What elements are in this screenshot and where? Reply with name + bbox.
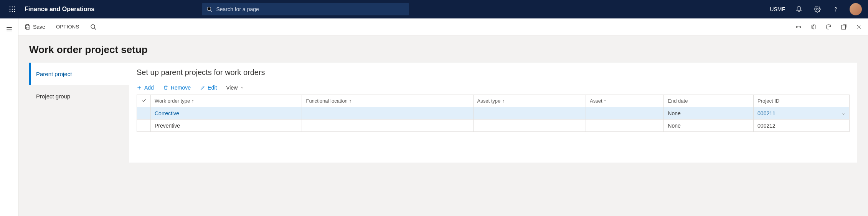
save-label: Save (33, 24, 45, 30)
panel: Parent project Project group Set up pare… (29, 63, 857, 163)
tab-label: Project group (36, 93, 70, 100)
find-button[interactable] (89, 21, 98, 33)
cell-end-date[interactable]: None (664, 120, 754, 132)
cell-asset[interactable] (586, 107, 664, 120)
view-button[interactable]: View (226, 85, 244, 91)
col-functional-location[interactable]: Functional location↑ (302, 95, 473, 107)
table-row[interactable]: Corrective None 000211⌄ (137, 107, 850, 120)
svg-point-8 (14, 11, 15, 12)
col-work-order-type[interactable]: Work order type↑ (151, 95, 302, 107)
remove-button[interactable]: Remove (163, 85, 191, 91)
search-container (202, 3, 409, 15)
link-icon (795, 23, 802, 30)
app-title: Finance and Operations (21, 6, 94, 13)
popout-button[interactable] (839, 21, 849, 33)
help-icon (832, 6, 839, 13)
check-icon (141, 98, 147, 103)
svg-point-7 (12, 11, 13, 12)
edit-label: Edit (208, 85, 217, 91)
col-end-date[interactable]: End date (664, 95, 754, 107)
close-button[interactable] (854, 21, 863, 33)
cell-functional-location[interactable] (302, 107, 473, 120)
search-icon (90, 24, 96, 30)
cell-asset-type[interactable] (473, 107, 586, 120)
add-button[interactable]: Add (137, 85, 154, 91)
col-asset[interactable]: Asset↑ (586, 95, 664, 107)
cell-asset[interactable] (586, 120, 664, 132)
close-icon (856, 24, 862, 30)
svg-point-6 (10, 11, 11, 12)
tab-parent-project[interactable]: Parent project (29, 63, 129, 85)
cell-value: 000211 (757, 110, 776, 116)
col-label: Asset type (477, 98, 501, 104)
command-bar: Save OPTIONS (18, 18, 868, 35)
row-select[interactable] (137, 107, 151, 120)
sort-asc-icon: ↑ (191, 98, 194, 104)
svg-point-21 (800, 26, 801, 27)
tab-project-group[interactable]: Project group (29, 85, 129, 107)
company-code[interactable]: USMF (770, 6, 785, 12)
page-title: Work order project setup (29, 44, 857, 56)
remove-label: Remove (171, 85, 191, 91)
left-rail (0, 18, 18, 216)
svg-point-0 (10, 7, 11, 8)
col-project-id[interactable]: Project ID (754, 95, 850, 107)
svg-point-2 (14, 7, 15, 8)
sort-asc-icon: ↑ (604, 98, 606, 104)
svg-point-18 (91, 25, 95, 28)
col-label: Project ID (757, 98, 779, 104)
svg-point-3 (10, 9, 11, 10)
col-label: Work order type (155, 98, 190, 104)
tab-label: Parent project (36, 71, 72, 77)
global-navbar: Finance and Operations USMF (0, 0, 868, 18)
app-launcher-button[interactable] (3, 0, 21, 18)
refresh-button[interactable] (823, 21, 833, 33)
cell-work-order-type[interactable]: Corrective (151, 107, 302, 120)
svg-line-10 (211, 10, 212, 12)
office-button[interactable] (809, 21, 818, 33)
edit-button[interactable]: Edit (200, 85, 217, 91)
svg-rect-17 (26, 27, 29, 29)
row-select[interactable] (137, 120, 151, 132)
global-search[interactable] (202, 3, 409, 15)
settings-button[interactable] (810, 0, 825, 18)
page-body: Work order project setup Parent project … (18, 35, 868, 216)
chevron-down-icon[interactable]: ⌄ (842, 110, 845, 116)
col-label: Asset (590, 98, 602, 104)
table-row[interactable]: Preventive None 000212 (137, 120, 850, 132)
pencil-icon (200, 85, 205, 90)
col-label: Functional location (306, 98, 347, 104)
office-icon (810, 24, 817, 30)
svg-line-19 (94, 28, 96, 30)
svg-point-9 (207, 7, 211, 11)
user-avatar[interactable] (850, 3, 862, 15)
cell-functional-location[interactable] (302, 120, 473, 132)
notifications-button[interactable] (791, 0, 807, 18)
gear-icon (814, 6, 821, 13)
add-label: Add (144, 85, 154, 91)
options-button[interactable]: OPTIONS (54, 21, 81, 33)
svg-rect-22 (842, 25, 846, 29)
save-button[interactable]: Save (23, 21, 47, 33)
hamburger-icon (6, 26, 13, 33)
cell-work-order-type[interactable]: Preventive (151, 120, 302, 132)
cell-project-id[interactable]: 000211⌄ (754, 107, 850, 120)
hamburger-button[interactable] (0, 22, 18, 37)
panel-main: Set up parent projects for work orders A… (129, 63, 857, 163)
connector-button[interactable] (794, 21, 804, 33)
refresh-icon (825, 23, 832, 30)
cell-end-date[interactable]: None (664, 107, 754, 120)
svg-point-4 (12, 9, 13, 10)
cell-project-id[interactable]: 000212 (754, 120, 850, 132)
svg-point-5 (14, 9, 15, 10)
col-asset-type[interactable]: Asset type↑ (473, 95, 586, 107)
svg-point-1 (12, 7, 13, 8)
sort-asc-icon: ↑ (502, 98, 504, 104)
select-all-header[interactable] (137, 95, 151, 107)
search-input[interactable] (216, 6, 404, 12)
svg-point-12 (835, 11, 836, 11)
help-button[interactable] (828, 0, 843, 18)
side-tabs: Parent project Project group (29, 63, 129, 163)
cell-asset-type[interactable] (473, 120, 586, 132)
bell-icon (795, 6, 802, 13)
